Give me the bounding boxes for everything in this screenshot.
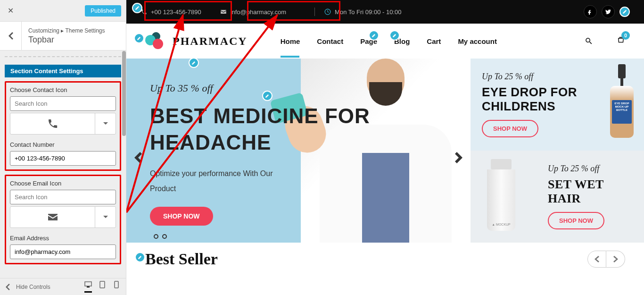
desktop-device-icon[interactable] <box>84 281 92 293</box>
edit-badge[interactable] <box>132 3 142 13</box>
hero-slider: Up To 35 % off BEST MEDICINE FORHEADACHE… <box>126 59 471 243</box>
hero-description: Optimize your performance With OurProduc… <box>150 166 370 196</box>
email-icon-search-input[interactable] <box>10 190 116 204</box>
edit-badge[interactable] <box>619 7 630 17</box>
topbar: +00 123-456-7890 info@pharmacy.com Mon T… <box>126 0 644 24</box>
breadcrumb-title: Topbar <box>28 35 119 45</box>
divider <box>5 54 121 57</box>
slider-dots <box>154 234 167 239</box>
side-banner-1: Up To 25 % off EYE DROP FORCHILDRENS SHO… <box>471 59 644 151</box>
customizer-footer: Hide Controls <box>0 278 126 295</box>
nav-home[interactable]: Home <box>281 37 300 45</box>
edit-badge[interactable] <box>369 30 379 41</box>
side-shop-now-button[interactable]: SHOP NOW <box>482 120 538 137</box>
edit-badge[interactable] <box>262 91 272 101</box>
search-icon[interactable] <box>585 37 593 45</box>
nav-account[interactable]: My account <box>458 37 497 45</box>
product-image: ▲ MOCKUP <box>485 159 518 235</box>
best-seller-title: Best Seller <box>145 250 218 268</box>
side-shop-now-button[interactable]: SHOP NOW <box>548 212 604 229</box>
hero-title: BEST MEDICINE FORHEADACHE <box>150 103 370 156</box>
nav-cart[interactable]: Cart <box>427 37 441 45</box>
envelope-icon <box>220 8 227 15</box>
email-icon-label: Choose Email Icon <box>10 180 116 187</box>
product-image: EYE DROP MOCK-UP BOTTLE <box>610 64 634 140</box>
twitter-icon[interactable] <box>602 5 615 18</box>
facebook-icon[interactable] <box>584 5 597 18</box>
prev-button[interactable] <box>587 251 606 268</box>
email-icon-picker[interactable] <box>10 206 116 228</box>
email-address-label: Email Address <box>10 235 116 242</box>
contact-icon-label: Choose Contact Icon <box>10 86 116 93</box>
breadcrumb-path: Customizing ▸ Theme Settings <box>28 27 119 34</box>
topbar-phone: +00 123-456-7890 <box>140 8 201 16</box>
slider-dot[interactable] <box>162 234 167 239</box>
edit-badge[interactable] <box>189 58 199 68</box>
section-content-settings-label: Section Content Settings <box>5 65 121 77</box>
bottle-label: EYE DROP MOCK-UP BOTTLE <box>612 100 632 124</box>
best-seller-nav <box>587 251 625 268</box>
edit-badge[interactable] <box>135 252 145 262</box>
hero-row: Up To 35 % off BEST MEDICINE FORHEADACHE… <box>126 59 644 243</box>
breadcrumb: Customizing ▸ Theme Settings Topbar <box>0 22 126 51</box>
side-subtitle: Up To 25 % off <box>548 164 633 174</box>
topbar-phone-text: +00 123-456-7890 <box>151 8 201 16</box>
customizer-content: Choose Contact Icon Contact Number Choo <box>0 81 126 278</box>
mobile-device-icon[interactable] <box>113 281 120 293</box>
tablet-device-icon[interactable] <box>99 281 106 293</box>
phone-icon <box>10 113 95 134</box>
email-address-input[interactable] <box>10 244 116 259</box>
svg-rect-1 <box>87 287 90 287</box>
contact-icon-search-input[interactable] <box>10 96 116 111</box>
divider <box>314 8 315 16</box>
svg-rect-2 <box>100 281 105 288</box>
contact-number-label: Contact Number <box>10 141 116 148</box>
email-settings-highlight: Choose Email Icon Email Address <box>5 175 121 264</box>
hide-controls-button[interactable]: Hide Controls <box>6 284 50 290</box>
logo-text: PHARMACY <box>173 35 248 48</box>
slider-next-button[interactable] <box>452 151 466 165</box>
svg-rect-0 <box>85 282 91 286</box>
customizer-panel: ✕ Published Customizing ▸ Theme Settings… <box>0 0 126 295</box>
svg-rect-3 <box>115 281 118 288</box>
contact-number-input[interactable] <box>10 151 116 166</box>
logo-icon <box>145 32 168 50</box>
published-button[interactable]: Published <box>85 5 121 17</box>
hero-side-banners: Up To 25 % off EYE DROP FORCHILDRENS SHO… <box>471 59 644 243</box>
slider-dot[interactable] <box>154 234 158 239</box>
logo[interactable]: PHARMACY <box>145 32 248 50</box>
topbar-email: info@pharmacy.com <box>220 8 286 16</box>
next-button[interactable] <box>606 251 625 268</box>
customizer-header: ✕ Published <box>0 0 126 22</box>
best-seller-section: Best Seller <box>126 243 644 276</box>
topbar-email-text: info@pharmacy.com <box>231 8 286 16</box>
hide-controls-label: Hide Controls <box>16 284 50 290</box>
hero-shop-now-button[interactable]: SHOP NOW <box>150 207 213 226</box>
nav-links: Home Contact Page Blog Cart My account <box>281 37 497 45</box>
topbar-hours: Mon To Fri 09:00 - 10:00 <box>324 8 401 16</box>
cart-badge: 0 <box>621 31 630 40</box>
contact-icon-picker[interactable] <box>10 113 116 135</box>
scrollbar[interactable] <box>122 51 126 136</box>
edit-badge[interactable] <box>134 33 144 43</box>
edit-badge[interactable] <box>389 30 400 41</box>
preview-area: +00 123-456-7890 info@pharmacy.com Mon T… <box>126 0 644 295</box>
tube-label: ▲ MOCKUP <box>491 223 512 226</box>
main-nav: PHARMACY Home Contact Page Blog Cart My … <box>126 24 644 59</box>
topbar-hours-text: Mon To Fri 09:00 - 10:00 <box>335 8 401 16</box>
contact-settings-highlight: Choose Contact Icon Contact Number <box>5 81 121 171</box>
clock-icon <box>324 8 331 15</box>
side-title: SET WET HAIR <box>548 177 633 206</box>
side-banner-2: ▲ MOCKUP Up To 25 % off SET WET HAIR SHO… <box>471 151 644 243</box>
cart-icon[interactable]: 0 <box>617 36 625 46</box>
back-button[interactable] <box>0 22 22 50</box>
hero-subtitle: Up To 35 % off <box>150 82 370 94</box>
chevron-down-icon[interactable] <box>95 113 116 134</box>
nav-contact[interactable]: Contact <box>317 37 343 45</box>
envelope-icon <box>10 207 95 228</box>
chevron-down-icon[interactable] <box>95 207 116 228</box>
slider-prev-button[interactable] <box>131 151 145 165</box>
close-button[interactable]: ✕ <box>5 3 17 18</box>
device-toggle <box>84 281 120 293</box>
